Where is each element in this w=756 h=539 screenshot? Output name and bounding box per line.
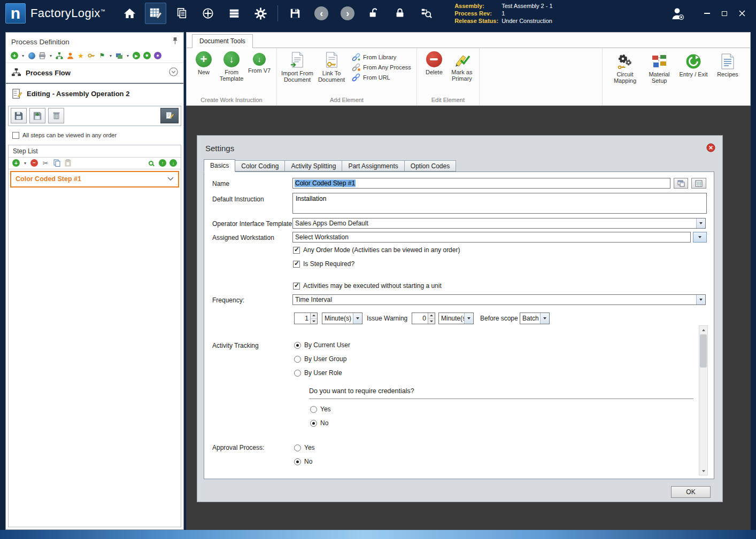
- spin-down-button[interactable]: [428, 319, 435, 324]
- add-process-button[interactable]: +: [10, 52, 19, 60]
- chevron-down-icon[interactable]: [167, 177, 174, 181]
- assigned-workstation-select[interactable]: Select Workstation: [292, 232, 691, 243]
- from-url-button[interactable]: From URL: [352, 73, 411, 82]
- dropdown-arrow-icon[interactable]: [464, 313, 473, 324]
- tab-color-coding[interactable]: Color Coding: [235, 160, 285, 171]
- process-flow-row[interactable]: Process Flow: [6, 63, 183, 83]
- interval-value-spinner[interactable]: 1: [294, 313, 318, 324]
- approval-no-radio[interactable]: No: [294, 458, 312, 465]
- remove-step-button[interactable]: −: [30, 159, 38, 167]
- process-definition-button[interactable]: [145, 3, 166, 24]
- from-v7-button[interactable]: ↓ From V7: [245, 50, 273, 75]
- cut-step-button[interactable]: ✂: [41, 159, 50, 167]
- any-order-mode-checkbox[interactable]: Any Order Mode (Activities can be viewed…: [293, 246, 460, 254]
- tab-activity-splitting[interactable]: Activity Splitting: [285, 160, 342, 171]
- copy-step-button[interactable]: [52, 159, 61, 167]
- minimize-button[interactable]: [703, 9, 711, 18]
- dropdown-arrow-icon[interactable]: [696, 218, 705, 228]
- from-any-process-button[interactable]: From Any Process: [352, 63, 411, 72]
- activities-without-unit-checkbox[interactable]: Activities may be executed without start…: [293, 282, 442, 290]
- warning-value-spinner[interactable]: 0: [412, 313, 435, 324]
- spin-down-button[interactable]: [311, 319, 317, 324]
- collapse-button[interactable]: [169, 67, 178, 79]
- milestone-button[interactable]: ⚑: [98, 52, 106, 60]
- tab-option-codes[interactable]: Option Codes: [405, 160, 456, 171]
- import-step-button[interactable]: [29, 108, 45, 123]
- chevron-down-icon[interactable]: ▾: [23, 159, 27, 167]
- tracking-by-user-role-radio[interactable]: By User Role: [294, 369, 342, 377]
- frequency-select[interactable]: Time Interval: [292, 294, 706, 305]
- name-copy-button[interactable]: [674, 178, 688, 189]
- tracking-by-user-group-radio[interactable]: By User Group: [294, 355, 346, 363]
- entry-exit-button[interactable]: Entry / Exit: [676, 52, 711, 79]
- scrollbar-track[interactable]: [699, 334, 707, 467]
- from-library-button[interactable]: From Library: [352, 53, 411, 61]
- maximize-button[interactable]: [720, 9, 729, 18]
- workstation-dropdown-button[interactable]: [693, 232, 707, 243]
- material-setup-button[interactable]: Material Setup: [642, 52, 676, 85]
- scroll-up-button[interactable]: [699, 326, 707, 334]
- paste-step-button[interactable]: [64, 159, 72, 167]
- edit-notes-button[interactable]: [160, 108, 179, 123]
- save-step-button[interactable]: [11, 108, 27, 123]
- tab-part-assignments[interactable]: Part Assignments: [342, 160, 404, 171]
- credentials-no-radio[interactable]: No: [310, 419, 328, 427]
- any-order-steps-checkbox[interactable]: All steps can be viewed in any order: [6, 128, 183, 143]
- home-button[interactable]: [119, 3, 140, 24]
- new-button[interactable]: + New: [190, 50, 218, 76]
- back-button[interactable]: ‹: [311, 3, 332, 24]
- dropdown-arrow-icon[interactable]: [696, 295, 705, 304]
- scrollbar-thumb[interactable]: [700, 334, 707, 368]
- user-button[interactable]: [667, 3, 688, 24]
- layers-button[interactable]: [115, 52, 124, 60]
- default-instruction-input[interactable]: Installation: [292, 193, 707, 214]
- spin-up-button[interactable]: [428, 313, 435, 319]
- tab-document-tools[interactable]: Document Tools: [192, 34, 253, 48]
- record-button[interactable]: ■: [143, 52, 151, 60]
- status-button[interactable]: ●: [153, 52, 162, 60]
- scroll-down-button[interactable]: [699, 467, 707, 475]
- credentials-yes-radio[interactable]: Yes: [310, 405, 331, 413]
- move-step-up-button[interactable]: ↑: [158, 159, 167, 167]
- navigator-button[interactable]: [197, 3, 219, 24]
- quality-button[interactable]: ★: [76, 52, 85, 60]
- interval-unit-select[interactable]: Minute(s): [322, 313, 362, 324]
- dialog-close-button[interactable]: [706, 143, 715, 154]
- approval-yes-radio[interactable]: Yes: [294, 444, 315, 451]
- process-audit-button[interactable]: [415, 3, 437, 24]
- add-step-button[interactable]: +: [12, 159, 20, 167]
- documents-button[interactable]: [171, 3, 192, 24]
- unlock-button[interactable]: [363, 3, 384, 24]
- settings-gear-button[interactable]: [250, 3, 271, 24]
- pin-button[interactable]: [172, 37, 178, 47]
- tab-basics[interactable]: Basics: [204, 159, 235, 172]
- chevron-down-icon[interactable]: ▾: [21, 52, 25, 60]
- find-step-button[interactable]: [148, 159, 156, 167]
- form-scrollbar[interactable]: [699, 325, 708, 475]
- ok-button[interactable]: OK: [671, 486, 711, 498]
- mark-as-primary-button[interactable]: Mark as Primary: [448, 50, 476, 83]
- close-window-button[interactable]: [738, 9, 746, 18]
- circuit-mapping-button[interactable]: Circuit Mapping: [608, 52, 642, 85]
- dropdown-arrow-icon[interactable]: [540, 313, 549, 324]
- move-step-down-button[interactable]: ↓: [169, 159, 178, 167]
- forward-button[interactable]: ›: [337, 3, 358, 24]
- link-to-document-button[interactable]: Link To Document: [314, 50, 349, 84]
- production-button[interactable]: [223, 3, 245, 24]
- spin-up-button[interactable]: [311, 313, 317, 319]
- is-step-required-checkbox[interactable]: Is Step Required?: [293, 260, 354, 268]
- lock-button[interactable]: [389, 3, 411, 24]
- publish-button[interactable]: [27, 52, 36, 60]
- chevron-down-icon[interactable]: ▾: [49, 52, 53, 60]
- process-tree-button[interactable]: [55, 52, 64, 60]
- step-item[interactable]: Color Coded Step #1: [10, 171, 179, 188]
- tracking-by-current-user-radio[interactable]: By Current User: [294, 341, 350, 349]
- start-button[interactable]: ▶: [132, 52, 141, 60]
- scope-select[interactable]: Batch: [520, 313, 550, 324]
- import-from-document-button[interactable]: Import From Document: [280, 50, 314, 84]
- name-input[interactable]: Color Coded Step #1: [292, 178, 670, 189]
- chevron-down-icon[interactable]: ▾: [126, 52, 130, 60]
- name-translations-button[interactable]: [691, 178, 706, 189]
- print-button[interactable]: [38, 52, 47, 60]
- dropdown-arrow-icon[interactable]: [353, 313, 362, 324]
